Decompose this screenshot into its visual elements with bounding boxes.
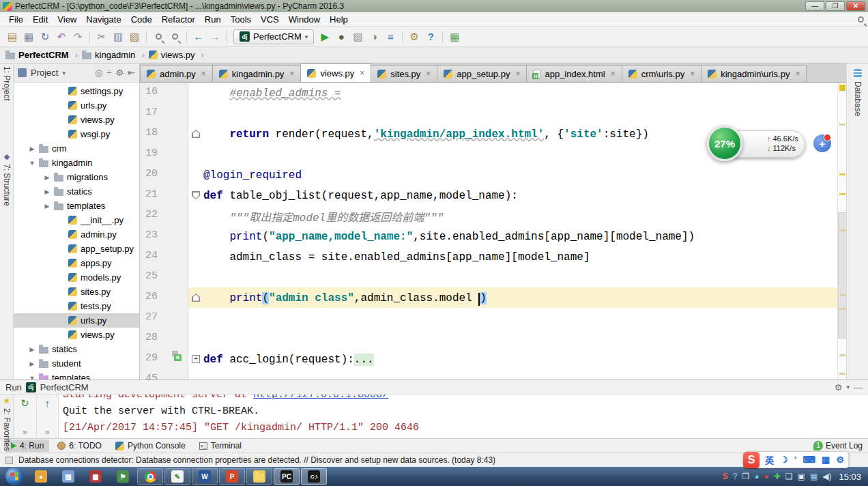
close-button[interactable]: ✕ (846, 1, 865, 11)
tree-item-student[interactable]: ▶student (14, 356, 139, 371)
back-icon[interactable]: ← (190, 29, 207, 45)
code-line-23[interactable]: 23 print("app_name,model_name:",site.ena… (140, 226, 846, 246)
search-replace-icon[interactable] (167, 29, 183, 45)
menu-refactor[interactable]: Refactor (157, 13, 200, 26)
tab-close-icon[interactable]: × (360, 68, 364, 78)
tree-item-crm[interactable]: ▶crm (14, 141, 139, 156)
tab-close-icon[interactable]: × (795, 69, 800, 78)
tray-speaker-icon[interactable]: ◀) (822, 472, 831, 481)
tree-collapsed-arrow-icon[interactable]: ▶ (44, 188, 50, 195)
code-line-27[interactable]: 27 (140, 308, 846, 328)
run-console-output[interactable]: Starting development server at http://12… (59, 395, 868, 438)
tool-window-button-4-run[interactable]: 4: Run (5, 440, 49, 452)
tray-shield-360-icon[interactable]: ✚ (774, 472, 781, 481)
tree-collapsed-arrow-icon[interactable]: ▶ (29, 145, 35, 152)
code-line-24[interactable]: 24 admin_class = site.enabled_admins[app… (140, 246, 846, 267)
editor-tab-kingadmin-py[interactable]: kingadmin.py× (212, 65, 302, 82)
hide-panel-icon[interactable]: — (854, 382, 863, 392)
tree-item-__init__-py[interactable]: __init__.py (14, 213, 139, 227)
code-line-28[interactable]: 28 (140, 328, 846, 349)
memory-percent-ball[interactable]: 27% (707, 126, 742, 161)
django-template-gutter-icon[interactable]: H (172, 351, 181, 360)
code-line-17[interactable]: 17 (140, 103, 846, 124)
code-line-26[interactable]: 26 print("admin class",admin_class.model… (140, 287, 846, 308)
search-icon[interactable] (150, 29, 167, 45)
paste-icon[interactable]: ▧ (126, 29, 143, 45)
gear-icon[interactable]: ⚙ (835, 382, 843, 392)
tree-item-migrations[interactable]: ▶migrations (14, 170, 139, 184)
tray-help-icon[interactable]: ? (733, 472, 738, 481)
up-stack-trace-icon[interactable]: ↑ (45, 397, 50, 409)
menu-view[interactable]: View (53, 13, 81, 26)
taskbar-item-pin-tool[interactable]: ⚑ (110, 468, 136, 485)
locate-file-icon[interactable]: ◎ (95, 68, 102, 78)
fold-marker-icon[interactable] (192, 130, 200, 138)
event-log-button[interactable]: Event Log (826, 441, 863, 451)
editor-tab-kingadmin-urls-py[interactable]: kingadmin\urls.py× (701, 65, 807, 82)
taskbar-item-pycharm[interactable]: PC (274, 468, 300, 485)
menu-code[interactable]: Code (126, 13, 157, 26)
menu-run[interactable]: Run (200, 13, 226, 26)
profiler-button[interactable]: ◑ (366, 29, 382, 45)
hide-panel-icon[interactable]: ⇤ (128, 68, 135, 78)
chevron-down-icon[interactable]: ▾ (846, 384, 850, 390)
sogou-logo-icon[interactable]: S (743, 452, 760, 468)
save-all-icon[interactable]: ▦ (20, 29, 37, 45)
toolbox-icon[interactable]: ▦ (822, 455, 830, 465)
rerun-icon[interactable]: ↻ (20, 397, 29, 410)
copy-icon[interactable]: ▥ (110, 29, 126, 45)
tree-expanded-arrow-icon[interactable]: ▼ (29, 160, 35, 167)
tree-collapsed-arrow-icon[interactable]: ▶ (29, 360, 35, 367)
taskbar-item-chrome[interactable] (137, 468, 163, 485)
code-line-16[interactable]: 16 #enabled_admins = (140, 83, 846, 103)
fold-marker-icon[interactable] (192, 191, 200, 199)
tree-item-apps-py[interactable]: apps.py (14, 256, 139, 270)
tree-item-statics[interactable]: ▶statics (14, 184, 139, 199)
tree-collapsed-arrow-icon[interactable]: ▶ (29, 346, 35, 353)
tree-item-app_setup-py[interactable]: app_setup.py (14, 242, 139, 256)
tree-item-models-py[interactable]: models.py (14, 270, 139, 285)
punctuation-icon[interactable]: ’ (794, 455, 797, 465)
tray-qq-icon[interactable]: ◕ (754, 472, 759, 481)
coverage-button[interactable]: ▨ (349, 29, 366, 45)
status-message[interactable]: Database connections detector: Database … (18, 455, 495, 465)
collapse-all-icon[interactable]: ÷ (106, 68, 111, 78)
restore-button[interactable]: ❐ (826, 1, 845, 11)
editor-tab-views-py[interactable]: views.py× (300, 63, 371, 82)
gear-icon[interactable]: ⚙ (115, 68, 124, 78)
code-line-25[interactable]: 25 (140, 267, 846, 287)
tree-item-templates[interactable]: ▶templates (14, 199, 139, 213)
tray-layers-icon[interactable]: ❏ (785, 472, 793, 481)
tray-sogou-icon[interactable]: S (723, 472, 728, 481)
redo-icon[interactable]: ↷ (70, 29, 86, 45)
tool-button-project[interactable]: 1: Project (2, 66, 12, 101)
tray-restore-icon[interactable]: ❐ (742, 472, 749, 481)
folded-region-icon[interactable]: + (192, 355, 200, 363)
editor-tab-sites-py[interactable]: sites.py× (371, 65, 437, 82)
forward-icon[interactable]: → (207, 29, 223, 45)
minimize-button[interactable]: — (805, 1, 824, 11)
synchronize-icon[interactable]: ↻ (37, 29, 53, 45)
tool-window-button-python-console[interactable]: Python Console (110, 440, 191, 452)
code-line-20[interactable]: 20@login_required (140, 165, 846, 185)
tool-button-structure[interactable]: 7: Structure (2, 164, 12, 206)
taskbar-item-cmd[interactable]: C:\ (301, 468, 327, 485)
tree-item-statics[interactable]: ▶statics (14, 342, 139, 356)
tree-item-views-py[interactable]: views.py (14, 328, 139, 342)
menu-vcs[interactable]: VCS (256, 13, 284, 26)
tree-item-templates[interactable]: ▼templates (14, 371, 139, 380)
taskbar-item-notepad[interactable]: ✎ (164, 468, 190, 485)
menu-tools[interactable]: Tools (226, 13, 256, 26)
tab-close-icon[interactable]: × (426, 69, 431, 78)
tool-window-switcher-icon[interactable] (5, 457, 13, 464)
help-icon[interactable]: ? (422, 29, 439, 45)
taskbar-item-screenshot-tool[interactable]: ▧ (55, 468, 81, 485)
tree-collapsed-arrow-icon[interactable]: ▶ (44, 203, 50, 210)
tray-im-icon[interactable]: ▦ (810, 472, 818, 481)
debug-button[interactable]: ● (333, 29, 349, 45)
menu-file[interactable]: File (4, 13, 28, 26)
tab-close-icon[interactable]: × (515, 69, 520, 78)
plugin-icon[interactable]: ▦ (446, 29, 463, 45)
run-button[interactable]: ▶ (317, 29, 333, 45)
tree-collapsed-arrow-icon[interactable]: ▶ (44, 174, 50, 181)
